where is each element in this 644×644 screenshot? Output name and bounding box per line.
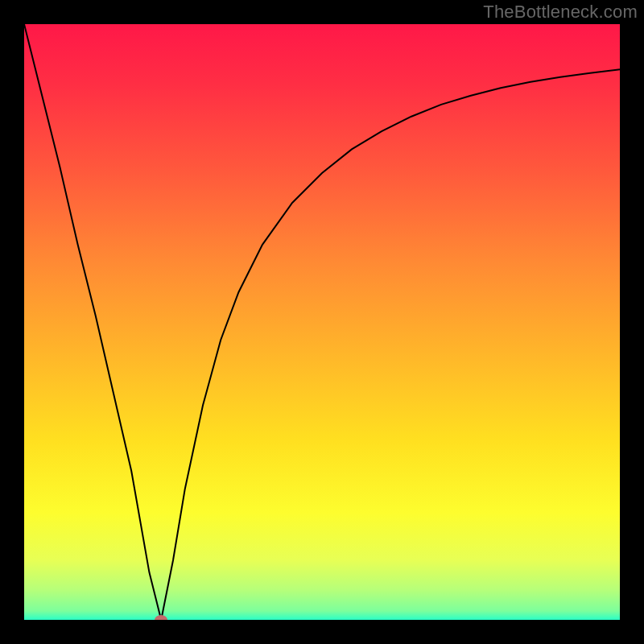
optimum-marker (155, 615, 167, 620)
chart-frame: TheBottleneck.com (0, 0, 644, 644)
watermark-text: TheBottleneck.com (483, 2, 638, 23)
curve-path (24, 24, 620, 620)
plot-area (24, 24, 620, 620)
bottleneck-curve (24, 24, 620, 620)
